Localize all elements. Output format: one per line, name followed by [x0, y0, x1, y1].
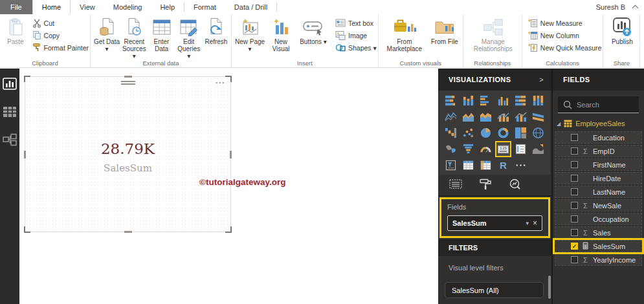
pie-visual-icon[interactable] — [479, 126, 493, 140]
field-row-empid[interactable]: ΣEmpID — [555, 145, 642, 157]
stacked-area-visual-icon[interactable] — [479, 110, 493, 124]
resize-handle-top-right[interactable] — [225, 76, 232, 82]
filter-pill-salessum[interactable]: SalesSum (All) — [445, 282, 544, 298]
new-quick-measure-button[interactable]: New Quick Measure — [527, 42, 602, 53]
field-well-dropdown-icon[interactable]: ▾ — [526, 220, 529, 226]
text-box-button[interactable]: Text box — [335, 17, 377, 28]
checkbox[interactable] — [571, 161, 578, 168]
new-visual-button[interactable]: New Visual — [265, 16, 296, 52]
waterfall-visual-icon[interactable] — [444, 126, 458, 140]
line-stacked-column-visual-icon[interactable] — [496, 110, 510, 124]
paste-button[interactable]: Paste — [3, 16, 28, 45]
resize-handle-bottom-right[interactable] — [225, 226, 232, 233]
field-well-salessum[interactable]: SalesSum ▾ × — [447, 215, 542, 231]
fields-pane-tab[interactable] — [449, 178, 463, 192]
image-button[interactable]: Image — [335, 30, 377, 41]
tab-format[interactable]: Format — [184, 0, 225, 14]
collapse-panel-icon[interactable]: > — [539, 76, 544, 83]
search-input[interactable] — [577, 101, 632, 109]
cut-button[interactable]: Cut — [32, 17, 89, 28]
line-clustered-column-visual-icon[interactable] — [514, 110, 527, 124]
search-box[interactable] — [558, 96, 639, 113]
field-row-newsale[interactable]: ΣNewSale — [555, 199, 642, 212]
edit-queries-button[interactable]: Edit Queries ▾ — [175, 16, 203, 60]
table-node-employeesales[interactable]: ◢ EmployeeSales — [553, 117, 644, 131]
manage-relationships-button[interactable]: Manage Relationships — [466, 16, 520, 52]
field-row-education[interactable]: Education — [555, 131, 642, 144]
field-row-occupation[interactable]: Occupation — [555, 213, 642, 225]
field-row-firstname[interactable]: FirstName — [555, 158, 642, 171]
ribbon-chart-visual-icon[interactable] — [531, 110, 545, 124]
shapes-button[interactable]: Shapes ▾ — [335, 42, 377, 53]
kpi-visual-icon[interactable] — [531, 142, 545, 156]
field-row-salessum[interactable]: ✓SalesSum — [555, 240, 642, 252]
resize-handle-top-left[interactable] — [24, 76, 30, 82]
enter-data-button[interactable]: Enter Data — [148, 16, 175, 52]
line-visual-icon[interactable] — [444, 110, 458, 124]
r-script-visual-icon[interactable]: R — [496, 158, 510, 172]
matrix-visual-icon[interactable] — [479, 158, 493, 172]
resize-handle-top[interactable] — [124, 76, 132, 78]
more-options-button[interactable]: ··· — [216, 78, 225, 87]
checkbox[interactable] — [571, 147, 578, 155]
clustered-column-visual-icon[interactable] — [496, 94, 510, 107]
more-visual-icon[interactable] — [514, 158, 527, 172]
drag-grip-icon[interactable] — [121, 81, 135, 86]
copy-button[interactable]: Copy — [32, 30, 89, 41]
tab-file[interactable]: File — [0, 0, 32, 14]
checkbox[interactable] — [571, 202, 578, 209]
publish-button[interactable]: Publish — [606, 16, 638, 45]
scatter-visual-icon[interactable] — [461, 126, 475, 140]
slicer-visual-icon[interactable] — [444, 158, 458, 172]
donut-visual-icon[interactable] — [496, 126, 510, 140]
recent-sources-button[interactable]: Recent Sources ▾ — [120, 16, 148, 60]
treemap-visual-icon[interactable] — [514, 126, 527, 140]
gauge-visual-icon[interactable] — [479, 142, 493, 156]
checkbox[interactable] — [571, 175, 578, 182]
data-view-button[interactable] — [3, 106, 17, 120]
expand-triangle-icon[interactable]: ◢ — [557, 121, 561, 127]
field-row-hiredate[interactable]: HireDate — [555, 172, 642, 184]
format-paint-roller-tab[interactable] — [478, 178, 493, 192]
checkbox-checked[interactable]: ✓ — [571, 243, 578, 250]
report-view-button[interactable] — [3, 78, 17, 93]
multi-row-card-visual-icon[interactable] — [514, 142, 527, 156]
signed-in-user[interactable]: Suresh B — [596, 3, 625, 11]
from-marketplace-button[interactable]: From Marketplace — [381, 16, 428, 52]
resize-handle-bottom[interactable] — [124, 231, 132, 233]
stacked-bar-100-visual-icon[interactable] — [514, 94, 527, 107]
tab-view[interactable]: View — [71, 0, 104, 14]
tab-modeling[interactable]: Modeling — [104, 0, 151, 14]
funnel-visual-icon[interactable] — [461, 142, 475, 156]
map-visual-icon[interactable] — [531, 126, 545, 140]
collapse-ribbon-icon[interactable] — [632, 5, 639, 12]
report-canvas[interactable]: ··· 28.79K SalesSum ©tutorialgateway.org — [19, 69, 438, 304]
tab-home[interactable]: Home — [32, 0, 71, 14]
resize-handle-bottom-left[interactable] — [24, 226, 30, 233]
checkbox[interactable] — [571, 215, 578, 223]
checkbox[interactable] — [571, 188, 578, 195]
checkbox[interactable] — [571, 134, 578, 141]
scrollbar-thumb[interactable] — [548, 276, 551, 299]
stacked-column-100-visual-icon[interactable] — [531, 94, 545, 107]
field-row-sales[interactable]: ΣSales — [555, 226, 642, 239]
card-visual[interactable]: ··· 28.79K SalesSum — [25, 76, 231, 232]
get-data-button[interactable]: Get Data ▾ — [93, 16, 120, 52]
filled-map-visual-icon[interactable] — [444, 142, 458, 156]
tab-help[interactable]: Help — [151, 0, 184, 14]
field-well-remove-icon[interactable]: × — [533, 219, 537, 228]
field-row-lastname[interactable]: LastName — [555, 186, 642, 198]
new-column-button[interactable]: New Column — [527, 30, 602, 41]
from-file-button[interactable]: From File — [428, 16, 461, 45]
stacked-column-visual-icon[interactable] — [461, 94, 475, 107]
tab-data-drill[interactable]: Data / Drill — [225, 0, 276, 14]
analytics-tab[interactable] — [508, 178, 522, 192]
area-visual-icon[interactable] — [461, 110, 475, 124]
new-page-button[interactable]: New Page ▾ — [234, 16, 265, 52]
refresh-button[interactable]: Refresh — [203, 16, 230, 45]
new-measure-button[interactable]: New Measure — [527, 17, 602, 28]
card-visual-icon[interactable]: 1.23 — [496, 142, 510, 156]
model-view-button[interactable] — [3, 133, 17, 149]
checkbox[interactable] — [571, 256, 578, 263]
buttons-button[interactable]: Buttons ▾ — [296, 16, 330, 45]
